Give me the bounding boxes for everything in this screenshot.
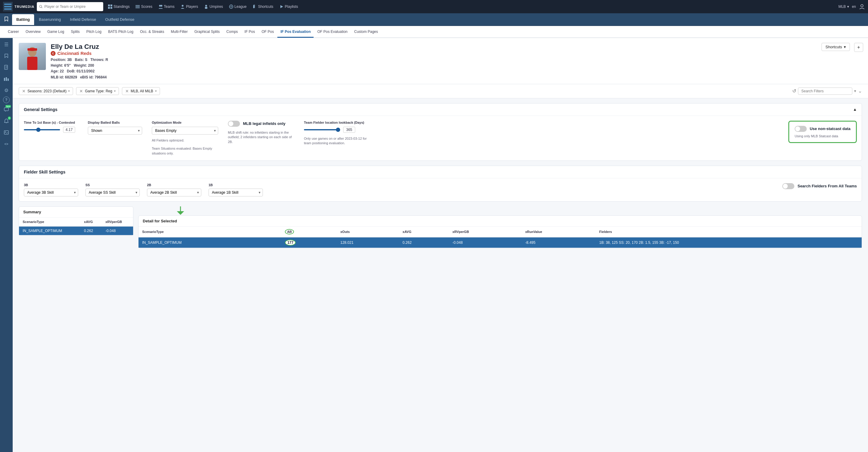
tab-batting[interactable]: Batting (12, 14, 34, 25)
tab-comps[interactable]: Comps (223, 26, 241, 37)
skill-ss-select[interactable]: Average SS Skill (85, 189, 140, 196)
sidebar-document[interactable] (1, 62, 11, 72)
tab-of-pos-evaluation[interactable]: OF Pos Evaluation (314, 26, 350, 37)
svg-point-21 (861, 4, 863, 7)
tab-baserunning[interactable]: Baserunning (35, 14, 65, 25)
top-nav: TRUMEDIA Standings Scores Teams Players … (0, 0, 868, 13)
add-shortcut-button[interactable]: + (854, 43, 863, 52)
tab-graphical-splits[interactable]: Graphical Splits (191, 26, 223, 37)
nav-players[interactable]: Players (178, 3, 200, 10)
nav-bookmark[interactable] (4, 16, 9, 23)
refresh-button[interactable]: ↺ (792, 88, 796, 94)
sidebar-chart[interactable] (1, 74, 11, 84)
skill-1b-group: 1B Average 1B Skill (209, 183, 263, 196)
time-to-1st-slider[interactable] (24, 129, 60, 130)
tab-custom-pages[interactable]: Custom Pages (351, 26, 381, 37)
display-batted-balls-select[interactable]: Shown Hidden (88, 127, 142, 135)
svg-rect-1 (4, 6, 11, 7)
seasons-filter-clear[interactable]: ✕ (22, 89, 26, 94)
non-statcast-toggle[interactable] (795, 126, 807, 132)
detail-row[interactable]: IN_SAMPLE_OPTIMUM 177 128.021 0.262 -0.0… (138, 237, 862, 248)
language-selector[interactable]: en (852, 4, 856, 9)
tab-pitch-log[interactable]: Pitch Log (83, 26, 104, 37)
sidebar-bell[interactable]: 5 (1, 116, 11, 126)
shortcuts-button[interactable]: Shortcuts ▾ (822, 43, 850, 51)
svg-rect-8 (111, 7, 112, 9)
sidebar-chat[interactable]: New (1, 104, 11, 115)
sidebar-bookmark[interactable] (1, 51, 11, 61)
nav-scores[interactable]: Scores (133, 3, 155, 10)
tab-career[interactable]: Career (5, 26, 22, 37)
svg-rect-10 (135, 6, 140, 7)
optimization-hint2: Team Situations evaluated: Bases Empty s… (152, 146, 218, 156)
sidebar-gear[interactable]: ⚙ (1, 85, 11, 95)
search-filters-input[interactable] (798, 88, 852, 95)
skill-2b-select[interactable]: Average 2B Skill (147, 189, 201, 196)
sidebar-question[interactable]: ? (3, 97, 10, 103)
nav-right: MLB ▾ en (838, 4, 865, 10)
league-filter-clear[interactable]: ✕ (125, 89, 129, 94)
logo: TRUMEDIA (3, 2, 34, 11)
tab-if-pos[interactable]: IF Pos (242, 26, 258, 37)
nav-standings[interactable]: Standings (105, 3, 132, 10)
skill-3b-select-wrapper: Average 3B Skill (24, 189, 78, 196)
skill-3b-select[interactable]: Average 3B Skill (24, 189, 78, 196)
game-type-filter[interactable]: ✕ Game Type: Reg ▾ (76, 87, 119, 95)
search-filters-expand-icon[interactable]: ⌄ (858, 88, 862, 94)
tab-game-log[interactable]: Game Log (44, 26, 67, 37)
time-to-1st-group: Time To 1st Base (s) - Contested 4.17 (24, 121, 78, 133)
tab-occ-streaks[interactable]: Occ. & Streaks (137, 26, 167, 37)
general-settings-header[interactable]: General Settings ▲ (19, 103, 862, 116)
tab-infield-defense[interactable]: Infield Defense (66, 14, 100, 25)
player-name: Elly De La Cruz (51, 43, 108, 51)
user-profile[interactable] (859, 4, 865, 10)
fielder-skill-body: 3B Average 3B Skill SS Average SS Skill (19, 178, 862, 201)
nav-umpires[interactable]: Umpires (202, 3, 225, 10)
search-fielders-toggle[interactable] (782, 183, 794, 189)
detail-card: Detail for Selected ScenarioType AB (138, 216, 862, 248)
fielder-skill-header[interactable]: Fielder Skill Settings (19, 166, 862, 178)
sidebar-image[interactable] (1, 127, 11, 138)
search-box[interactable] (37, 2, 103, 11)
sidebar-code[interactable]: <> (1, 139, 11, 149)
tab-bats-pitch-log[interactable]: BATS Pitch Log (105, 26, 136, 37)
svg-point-3 (39, 5, 42, 7)
summary-row[interactable]: IN_SAMPLE_OPTIMUM 0.262 -0.048 (19, 226, 133, 235)
tab-if-pos-evaluation[interactable]: IF Pos Evaluation (277, 27, 314, 38)
tab-of-pos[interactable]: OF Pos (259, 26, 277, 37)
detail-cell-scenario: IN_SAMPLE_OPTIMUM (138, 237, 281, 248)
tab-outfield-defense[interactable]: Outfield Defense (101, 14, 139, 25)
svg-marker-20 (280, 5, 283, 8)
sidebar-chart-icon (4, 77, 9, 81)
sidebar: ☰ ⚙ ? New 5 <> (0, 38, 13, 452)
sidebar-menu[interactable]: ☰ (1, 39, 11, 50)
player-team: C Cincinnati Reds (51, 51, 108, 56)
nav-teams[interactable]: Teams (156, 3, 177, 10)
mlb-legal-toggle[interactable] (228, 121, 240, 127)
detail-col-scenario: ScenarioType (138, 227, 281, 237)
tab-overview[interactable]: Overview (23, 26, 44, 37)
seasons-filter[interactable]: ✕ Seasons: 2023 (Default) ▾ (19, 87, 73, 95)
game-type-filter-clear[interactable]: ✕ (80, 89, 83, 94)
non-statcast-toggle-row: Use non-statcast data (795, 126, 850, 132)
bell-badge: 5 (8, 117, 11, 120)
search-input[interactable] (44, 4, 101, 9)
summary-cell-scenario: IN_SAMPLE_OPTIMUM (19, 226, 80, 235)
tab-multi-filter[interactable]: Multi-Filter (168, 26, 191, 37)
league-filter[interactable]: ✕ MLB, All MiLB ▾ (122, 87, 160, 95)
nav-league[interactable]: League (227, 3, 249, 10)
ab-arrow-container (138, 206, 862, 215)
optimization-mode-select[interactable]: Bases Empty Bases Loaded Runner on 1st (152, 127, 218, 135)
svg-rect-26 (4, 78, 5, 81)
display-batted-balls-label: Display Batted Balls (88, 121, 142, 124)
nav-shortcuts[interactable]: Shortcuts (250, 3, 276, 10)
search-filters-chevron-icon[interactable]: ▾ (854, 89, 856, 93)
skill-1b-select[interactable]: Average 1B Skill (209, 189, 263, 196)
league-selector[interactable]: MLB ▾ (838, 4, 849, 9)
players-icon (181, 4, 185, 9)
shortcuts-chevron-icon: ▾ (844, 45, 846, 49)
tab-splits[interactable]: Splits (68, 26, 83, 37)
sidebar-bookmark-icon (4, 54, 9, 58)
nav-playlists[interactable]: Playlists (277, 3, 301, 10)
team-fielder-slider[interactable] (304, 129, 340, 130)
